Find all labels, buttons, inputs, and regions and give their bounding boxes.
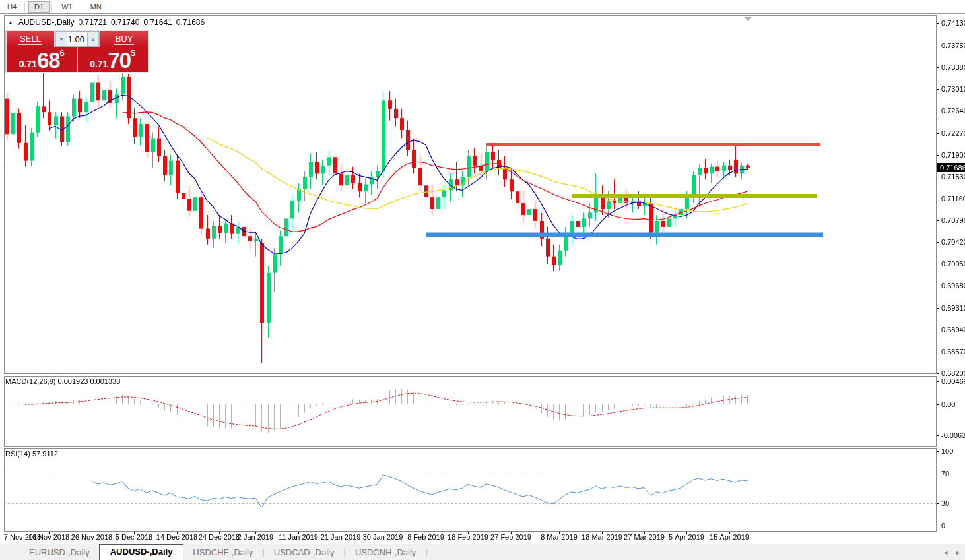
sell-price-main: 68 — [37, 51, 60, 71]
tab-usdcnh[interactable]: USDCNH-,Daily — [346, 545, 425, 560]
volume-stepper: ▼ 1.00 ▲ — [55, 31, 100, 47]
timeframe-w1-button[interactable]: W1 — [55, 1, 79, 13]
tab-scroll-left-icon[interactable]: ◄ — [943, 549, 948, 556]
buy-price-main: 70 — [108, 51, 131, 71]
tab-audusd[interactable]: AUDUSD-,Daily — [99, 544, 184, 560]
collapse-panel-icon[interactable]: ▲ — [8, 20, 13, 26]
bar-open-value: 0.71721 — [79, 18, 107, 27]
macd-values: 0.001923 0.001338 — [57, 377, 120, 385]
timeframe-d1-button[interactable]: D1 — [28, 1, 50, 13]
volume-decrease-button[interactable]: ▼ — [55, 32, 67, 46]
bar-high-value: 0.71740 — [111, 18, 139, 27]
macd-indicator-label: MACD(12,26,9) 0.001923 0.001338 — [5, 377, 120, 385]
toolbar-separator — [51, 2, 52, 12]
buy-price-display[interactable]: 0.71705 — [78, 47, 149, 72]
buy-button[interactable]: BUY — [100, 31, 148, 47]
sell-button[interactable]: SELL — [7, 31, 54, 47]
price-chart-canvas[interactable] — [0, 0, 965, 560]
chart-tab-bar: EURUSD-,Daily AUDUSD-,Daily USDCHF-,Dail… — [0, 544, 965, 560]
sell-price-pip: 6 — [60, 49, 65, 57]
sell-price-prefix: 0.71 — [19, 57, 37, 71]
sell-button-label: SELL — [18, 34, 42, 45]
sell-price-display[interactable]: 0.71686 — [7, 47, 77, 72]
chart-title: ▲ AUDUSD-,Daily 0.71721 0.71740 0.71641 … — [8, 18, 205, 27]
tab-usdchf[interactable]: USDCHF-,Daily — [183, 545, 262, 560]
tab-eurusd[interactable]: EURUSD-,Daily — [20, 545, 99, 560]
rsi-value: 57.9112 — [32, 450, 58, 458]
rsi-name: RSI(14) — [5, 450, 30, 458]
timeframe-mn-button[interactable]: MN — [84, 1, 108, 13]
tab-separator: | — [425, 547, 427, 560]
volume-increase-button[interactable]: ▲ — [87, 32, 99, 46]
toolbar-separator — [24, 2, 25, 12]
bar-close-value: 0.71686 — [176, 18, 205, 27]
macd-name: MACD(12,26,9) — [5, 377, 55, 385]
timeframe-toolbar: H4 D1 W1 MN — [0, 0, 965, 14]
tab-scroll-right-icon[interactable]: ► — [955, 549, 961, 556]
rsi-indicator-label: RSI(14) 57.9112 — [5, 450, 58, 458]
timeframe-h4-button[interactable]: H4 — [1, 1, 22, 13]
volume-input[interactable]: 1.00 — [67, 34, 87, 44]
buy-price-pip: 5 — [131, 49, 135, 57]
toolbar-separator — [81, 2, 81, 12]
buy-price-prefix: 0.71 — [90, 57, 108, 71]
chart-symbol-period: AUDUSD-,Daily — [18, 18, 75, 27]
one-click-trading-panel: SELL ▼ 1.00 ▲ BUY 0.71686 0.71705 — [5, 30, 149, 73]
buy-button-label: BUY — [114, 34, 135, 45]
bar-low-value: 0.71641 — [143, 18, 172, 27]
tab-usdcad[interactable]: USDCAD-,Daily — [265, 545, 344, 560]
